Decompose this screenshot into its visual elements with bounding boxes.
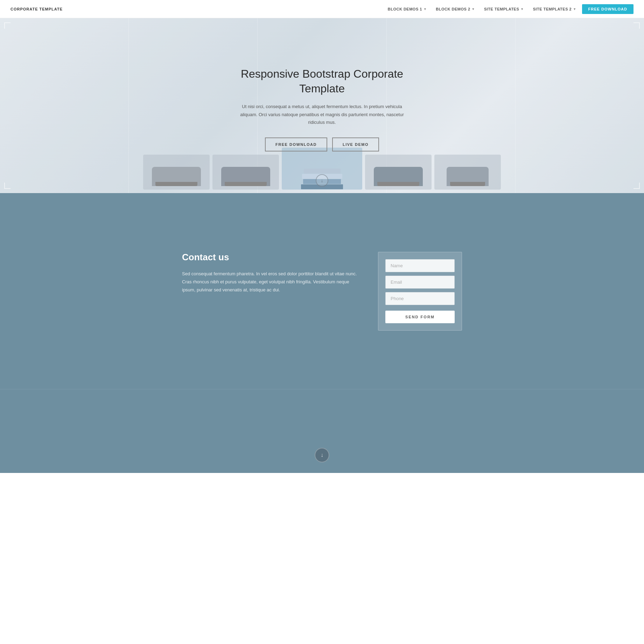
dropdown-caret-2: ▼ <box>472 7 475 11</box>
nav-item-block-demos-2[interactable]: BLOCK DEMOS 2 ▼ <box>432 5 478 13</box>
nav-item-site-templates[interactable]: SITE TEMPLATES ▼ <box>481 5 527 13</box>
navbar: CORPORATE TEMPLATE BLOCK DEMOS 1 ▼ BLOCK… <box>0 0 644 18</box>
contact-title: Contact us <box>182 252 357 263</box>
bracket-bottom-right <box>634 183 640 189</box>
bracket-top-left <box>4 22 10 29</box>
contact-form: SEND FORM <box>378 252 462 331</box>
sofa-1 <box>152 167 201 186</box>
sofa-4 <box>447 167 489 186</box>
hero-buttons: FREE DOWNLOAD LIVE DEMO <box>238 137 406 151</box>
hero-title: Responsive Bootstrap Corporate Template <box>238 67 406 96</box>
sofa-3 <box>374 167 423 186</box>
contact-text: Contact us Sed consequat fermentum phare… <box>182 252 357 294</box>
bracket-top-right <box>634 22 640 29</box>
phone-input[interactable] <box>385 292 455 305</box>
hero-panel-1 <box>0 18 129 193</box>
carousel-item-4 <box>434 155 501 190</box>
navbar-brand: CORPORATE TEMPLATE <box>10 7 63 11</box>
dropdown-caret-1: ▼ <box>424 7 427 11</box>
nav-item-block-demos-1[interactable]: BLOCK DEMOS 1 ▼ <box>384 5 430 13</box>
bracket-bottom-left <box>4 183 10 189</box>
dropdown-caret-4: ▼ <box>573 7 576 11</box>
book-1 <box>304 169 341 174</box>
contact-inner: Contact us Sed consequat fermentum phare… <box>182 252 462 331</box>
hero-demo-button[interactable]: LIVE DEMO <box>332 137 379 151</box>
name-input[interactable] <box>385 259 455 272</box>
contact-description: Sed consequat fermentum pharetra. In vel… <box>182 270 357 294</box>
hero-panel-5 <box>516 18 644 193</box>
bottom-section: ↓ <box>0 389 644 473</box>
navbar-nav: BLOCK DEMOS 1 ▼ BLOCK DEMOS 2 ▼ SITE TEM… <box>384 4 634 14</box>
hero-download-button[interactable]: FREE DOWNLOAD <box>265 137 327 151</box>
carousel-item-1 <box>143 155 210 190</box>
nav-item-site-templates-2[interactable]: SITE TEMPLATES 2 ▼ <box>530 5 580 13</box>
dropdown-caret-3: ▼ <box>520 7 524 11</box>
hero-scroll-down[interactable]: ↓ <box>316 174 328 187</box>
sofa-2 <box>221 167 270 186</box>
bottom-scroll-down[interactable]: ↓ <box>315 448 329 462</box>
hero-subtitle: Ut nisi orci, consequat a metus ut, aliq… <box>238 103 406 126</box>
hero-content: Responsive Bootstrap Corporate Template … <box>224 56 420 162</box>
send-form-button[interactable]: SEND FORM <box>385 311 455 323</box>
email-input[interactable] <box>385 276 455 289</box>
hero-section: Responsive Bootstrap Corporate Template … <box>0 18 644 193</box>
free-download-button[interactable]: FREE DOWNLOAD <box>582 4 634 14</box>
contact-section: Contact us Sed consequat fermentum phare… <box>0 193 644 389</box>
